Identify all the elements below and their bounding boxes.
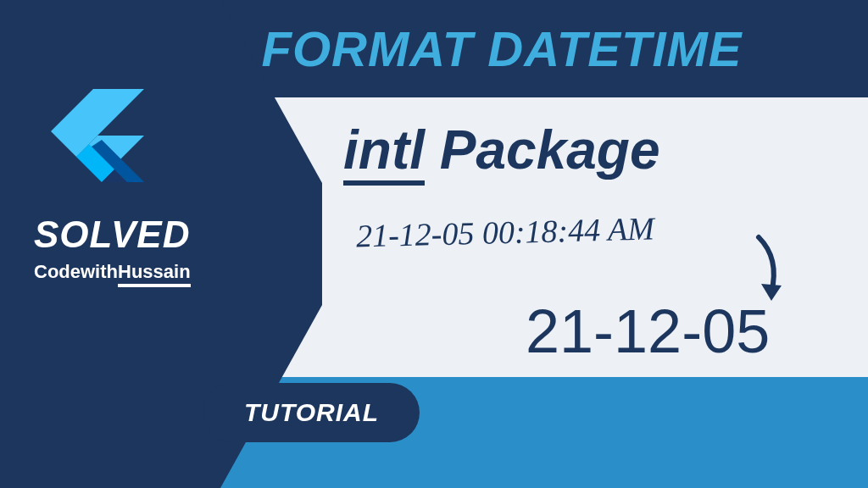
flutter-logo-icon <box>34 64 144 199</box>
package-title: intl Package <box>343 119 660 181</box>
solved-badge: SOLVED <box>34 214 191 256</box>
author-prefix: Codewith <box>34 261 118 282</box>
package-name: intl <box>343 119 425 186</box>
author-name: Hussain <box>118 261 191 287</box>
datetime-output-example: 21-12-05 <box>526 297 770 366</box>
page-title: FORMAT DATETIME <box>262 20 743 77</box>
datetime-input-example: 21-12-05 00:18:44 AM <box>355 209 654 254</box>
package-suffix: Package <box>425 119 660 180</box>
tutorial-badge: TUTORIAL <box>203 383 420 442</box>
thumbnail-container: FORMAT DATETIME SOLVED CodewithHussain i… <box>0 0 868 488</box>
author-credit: CodewithHussain <box>34 261 191 283</box>
